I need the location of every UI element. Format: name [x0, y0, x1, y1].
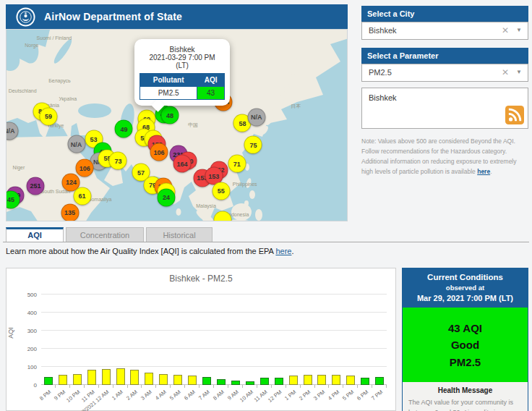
tab-historical[interactable]: Historical [146, 227, 213, 242]
x-tick-label: 10 PM [65, 389, 81, 404]
x-tick [98, 385, 99, 388]
clear-icon[interactable]: ✕ [502, 25, 509, 35]
chart-slot: 3 PM [315, 296, 330, 385]
current-aqi-category: Good [403, 336, 528, 353]
map-country-label: Niger [13, 165, 25, 170]
x-tick [55, 385, 56, 388]
chart-bar[interactable] [59, 375, 67, 385]
selected-city-text: Bishkek [369, 93, 397, 102]
chart-bar[interactable] [289, 376, 298, 386]
x-tick [155, 385, 156, 388]
map-marker[interactable]: 164 [173, 155, 192, 173]
x-tick [314, 385, 315, 388]
chart-bar[interactable] [375, 377, 384, 385]
chart-bar[interactable] [304, 375, 312, 385]
chart-plot-area: 0100200300400500 8 PM9 PM10 PM11 PM3/29/… [41, 296, 387, 385]
chart-slot: 2 AM [128, 296, 142, 385]
chart-bar[interactable] [231, 381, 240, 386]
y-tick-label: 100 [27, 364, 37, 370]
x-tick [84, 385, 85, 388]
x-tick [343, 385, 343, 388]
aqi-world-map[interactable]: NorgeSuomi / FinlandDeutschlandБеларусьУ… [6, 29, 348, 221]
tab-aqi[interactable]: AQI [6, 227, 64, 242]
chart-bar[interactable] [260, 378, 269, 385]
x-tick-label: 7 PM [370, 389, 384, 402]
epa-here-link[interactable]: here [275, 247, 291, 255]
x-tick-label: 8 PM [39, 389, 53, 402]
x-tick [228, 385, 228, 388]
chart-bar[interactable] [246, 381, 254, 386]
note-here-link[interactable]: here [477, 168, 490, 175]
chart-slot: 7 AM [200, 296, 214, 385]
map-marker[interactable]: 59 [39, 107, 57, 125]
chart-bar[interactable] [361, 378, 369, 385]
y-tick-label: 400 [27, 310, 37, 316]
observed-datetime: Mar 29, 2021 7:00 PM (LT) [406, 294, 525, 302]
chart-bar[interactable] [130, 370, 139, 385]
tab-concentration[interactable]: Concentration [66, 227, 144, 242]
chart-bar[interactable] [145, 373, 153, 385]
chart-bar[interactable] [44, 377, 53, 385]
chart-bar[interactable] [73, 374, 82, 386]
map-country-label: Україна [59, 96, 77, 101]
page-title: AirNow Department of State [44, 11, 182, 22]
chart-bar[interactable] [202, 377, 211, 385]
chart-bar[interactable] [159, 374, 168, 385]
map-marker[interactable]: 71 [228, 155, 246, 173]
map-marker[interactable]: 106 [76, 159, 94, 177]
map-marker[interactable]: 106 [150, 143, 168, 161]
chart-slot: 4 AM [156, 296, 171, 385]
chart-bar[interactable] [102, 369, 111, 385]
map-marker[interactable]: N/A [247, 108, 265, 126]
chart-slot: 4 PM [329, 296, 343, 385]
x-tick [170, 385, 171, 388]
health-message-title: Health Message [408, 386, 522, 394]
chart-bar[interactable] [317, 375, 326, 385]
clear-icon[interactable]: ✕ [502, 67, 509, 77]
map-marker[interactable]: 24 [157, 188, 175, 206]
city-select[interactable]: Bishkek ✕ ▼ [361, 22, 528, 40]
chart-bar[interactable] [188, 376, 197, 385]
x-tick [357, 385, 358, 388]
chart-bar[interactable] [346, 376, 355, 385]
x-tick [127, 385, 128, 388]
chart-slot: 8 AM [214, 296, 228, 385]
map-marker[interactable]: N/A [67, 135, 85, 153]
chart-slot: 10 AM [243, 296, 257, 385]
map-marker[interactable]: 75 [244, 136, 262, 154]
x-tick-label: 5 AM [168, 389, 182, 402]
city-select-header: Select a City [361, 6, 528, 22]
x-tick [213, 385, 214, 388]
chart-bar[interactable] [116, 368, 125, 385]
parameter-select[interactable]: PM2.5 ✕ ▼ [361, 64, 528, 82]
chart-bar[interactable] [332, 375, 340, 386]
map-marker[interactable]: 61 [73, 187, 91, 205]
app-header: AirNow Department of State [6, 4, 348, 29]
popup-datetime: 2021-03-29 7:00 PM [140, 54, 225, 62]
chart-slot: 11 AM [257, 296, 272, 385]
x-tick [257, 385, 257, 388]
chart-bar[interactable] [217, 379, 226, 386]
x-tick-label: 7 AM [197, 389, 211, 402]
rss-feed-icon[interactable] [505, 106, 524, 124]
chart-bar[interactable] [87, 370, 96, 385]
map-marker[interactable]: 48 [161, 106, 179, 124]
x-tick-label: 6 PM [356, 389, 369, 402]
chevron-down-icon[interactable]: ▼ [516, 27, 522, 33]
x-tick-label: 6 AM [183, 389, 197, 402]
chart-bar[interactable] [275, 378, 283, 385]
map-country-label: Беларусь [48, 77, 71, 82]
health-message-text: The AQI value for your community is betw… [408, 397, 522, 411]
map-marker[interactable]: 55 [212, 182, 230, 200]
chevron-down-icon[interactable]: ▼ [516, 69, 522, 75]
map-country-label: Norge [25, 43, 38, 48]
x-tick-label: 11 AM [253, 389, 269, 403]
map-marker[interactable]: 251 [27, 177, 45, 195]
x-tick [141, 385, 142, 388]
map-marker[interactable]: 73 [109, 152, 127, 170]
map-marker[interactable]: 135 [61, 203, 79, 221]
chart-bar[interactable] [173, 375, 182, 386]
map-marker[interactable]: 49 [115, 120, 133, 138]
x-tick-label: 2 AM [125, 389, 139, 402]
current-aqi-box: 43 AQI Good PM2.5 [403, 308, 528, 382]
